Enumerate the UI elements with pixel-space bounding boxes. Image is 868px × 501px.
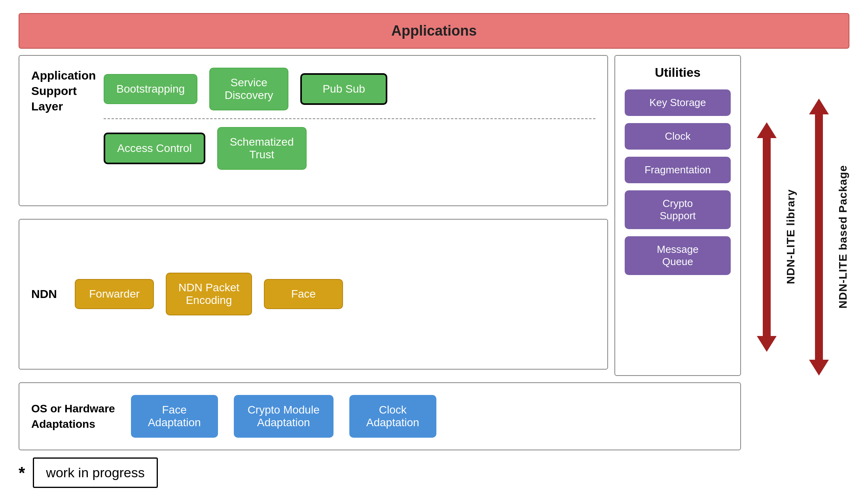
app-support-bottom-row: Access Control Schematized Trust	[104, 127, 595, 170]
clock-adaptation-btn: Clock Adaptation	[349, 395, 436, 438]
pub-sub-btn: Pub Sub	[300, 73, 387, 105]
svg-marker-4	[757, 336, 777, 352]
applications-bar: Applications	[19, 13, 849, 49]
arrow-library-group: NDN-LITE library	[753, 122, 797, 352]
ndn-lite-package-arrow	[805, 99, 833, 376]
crypto-module-adaptation-btn: Crypto Module Adaptation	[234, 395, 334, 438]
wip-box: work in progress	[33, 457, 157, 488]
crypto-support-btn: Crypto Support	[625, 190, 731, 229]
face-adaptation-btn: Face Adaptation	[131, 395, 218, 438]
bottom-legend: * work in progress	[19, 457, 849, 488]
svg-rect-5	[815, 110, 823, 364]
utilities-title: Utilities	[625, 65, 731, 80]
bootstrapping-btn: Bootstrapping	[104, 74, 197, 104]
service-discovery-btn: Service Discovery	[209, 68, 288, 110]
arrow-package-group: NDN-LITE based Package	[805, 99, 849, 376]
access-control-btn: Access Control	[104, 133, 205, 164]
os-hardware-box: OS or Hardware Adaptations Face Adaptati…	[19, 382, 741, 450]
ndn-label: NDN	[31, 287, 63, 301]
applications-label: Applications	[391, 23, 477, 39]
forwarder-btn: Forwarder	[75, 279, 154, 309]
ndn-lite-library-arrow	[753, 122, 781, 352]
message-queue-btn: Message Queue	[625, 236, 731, 275]
app-support-top-row: Bootstrapping Service Discovery Pub Sub	[104, 68, 595, 110]
ndn-lite-library-label: NDN-LITE library	[785, 189, 797, 284]
app-support-inner: Bootstrapping Service Discovery Pub Sub …	[104, 68, 595, 170]
page-container: Applications Application Support Layer B…	[19, 13, 849, 488]
schematized-trust-btn: Schematized Trust	[217, 127, 307, 170]
fragmentation-btn: Fragmentation	[625, 157, 731, 183]
os-hardware-label: OS or Hardware Adaptations	[31, 401, 115, 432]
app-support-box: Application Support Layer Bootstrapping …	[19, 55, 608, 206]
face-btn: Face	[264, 279, 343, 309]
key-storage-btn: Key Storage	[625, 89, 731, 116]
legend-asterisk: *	[19, 463, 25, 482]
svg-marker-3	[757, 122, 777, 138]
ndn-packet-encoding-btn: NDN Packet Encoding	[166, 273, 252, 315]
dashed-divider	[104, 118, 595, 119]
svg-marker-6	[809, 99, 829, 114]
ndn-lite-package-label: NDN-LITE based Package	[837, 165, 849, 309]
svg-rect-2	[763, 134, 771, 340]
clock-btn: Clock	[625, 123, 731, 150]
svg-marker-7	[809, 360, 829, 376]
utilities-box: Utilities Key Storage Clock Fragmentatio…	[614, 55, 741, 376]
ndn-box: NDN Forwarder NDN Packet Encoding Face	[19, 219, 608, 370]
app-support-label: Application Support Layer	[31, 68, 96, 114]
wip-text: work in progress	[46, 465, 144, 480]
